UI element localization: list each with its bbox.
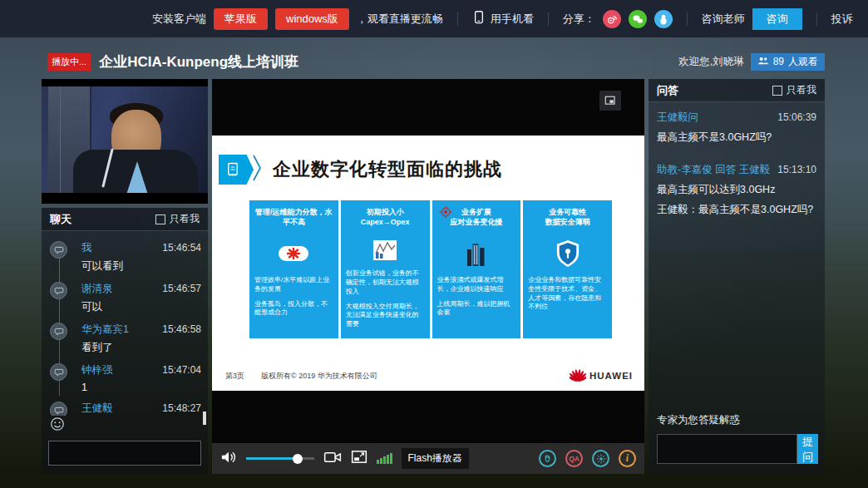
document-icon — [219, 155, 254, 185]
chat-input[interactable] — [48, 441, 201, 466]
slide-card-4: 业务可靠性 数据安全薄弱 企业业务和数据可靠性安全性受限于技术、资金、人才等因素… — [523, 200, 612, 338]
chat-message: 王健毅 15:48:27 1 — [48, 402, 201, 416]
chat-title: 聊天 — [50, 212, 72, 227]
pip-swap-icon[interactable] — [351, 450, 367, 467]
qa-only-me-toggle[interactable]: 只看我 — [772, 83, 816, 97]
volume-slider[interactable] — [246, 457, 314, 460]
qa-message: 助教-李嘉俊 回答 王健毅 15:13:10 最高主频可以达到3.0GHz 王健… — [657, 163, 816, 217]
chat-text: 1 — [81, 382, 201, 393]
emoji-icon[interactable] — [50, 417, 65, 435]
chat-scrollbar[interactable] — [203, 412, 206, 425]
viewer-count: 89 — [773, 56, 784, 67]
qa-message-list: 王健毅问 15:06:39 最高主频不是3.0GHZ吗? 助教-李嘉俊 回答 王… — [649, 102, 825, 410]
complaint-link[interactable]: 投诉 — [831, 12, 853, 27]
settings-button[interactable] — [592, 450, 609, 467]
webcam-frame — [42, 86, 208, 193]
weibo-icon[interactable] — [603, 10, 621, 28]
divider — [816, 12, 817, 26]
chat-message: 华为嘉宾1 15:46:58 看到了 — [48, 323, 201, 355]
divider — [548, 12, 549, 26]
consult-teacher-label: 咨询老师 — [702, 12, 745, 27]
huawei-logo: HUAWEI — [570, 368, 633, 383]
chat-avatar-icon — [50, 241, 67, 259]
qq-icon[interactable] — [654, 10, 673, 28]
windows-version-button[interactable]: windows版 — [275, 8, 349, 30]
burst-cloud-icon — [254, 236, 333, 271]
slide-cards: 管理/运维能力分散，水 平不高 管理效率/水平难以跟上业务的发展 业务孤岛，投入… — [249, 200, 612, 338]
chat-only-me-checkbox[interactable] — [155, 214, 165, 224]
chat-user: 王健毅 — [81, 402, 113, 416]
watch-on-mobile-label: 用手机看 — [491, 12, 534, 27]
qa-glyph: QA — [569, 455, 579, 463]
slide-title-row: 企业数字化转型面临的挑战 — [219, 152, 502, 187]
qa-header: 问答 只看我 — [649, 79, 825, 102]
qa-panel: 问答 只看我 王健毅问 15:06:39 最高主频不是3.0GHZ吗? 助教-李… — [649, 79, 825, 474]
viewer-label: 人观看 — [788, 55, 818, 69]
chat-panel: 聊天 只看我 我 15:46:54 可以看到 — [42, 208, 208, 474]
card-text: 大规模投入交付周期长，无法满足业务快速变化的需要 — [346, 303, 425, 329]
qa-time: 15:13:10 — [777, 164, 816, 175]
chat-header: 聊天 只看我 — [42, 208, 208, 231]
qa-text: 最高主频可以达到3.0GHz — [657, 183, 816, 197]
welcome-text: 欢迎您,刘晓琳 — [678, 55, 743, 69]
consult-button[interactable]: 咨询 — [752, 8, 802, 30]
volume-fill — [246, 457, 298, 460]
chat-only-me-toggle[interactable]: 只看我 — [155, 212, 200, 226]
card-title: 管理/运维能力分散，水 平不高 — [254, 208, 333, 227]
info-button[interactable]: i — [619, 450, 636, 467]
presentation-player: 企业数字化转型面临的挑战 管理/运维能力分散，水 平不高 管理效率/水平难以跟上… — [212, 79, 644, 443]
chat-avatar-icon — [50, 282, 67, 299]
ask-question-button[interactable]: 提问 — [797, 434, 818, 464]
speaker-icon[interactable] — [220, 450, 237, 468]
shield-icon — [528, 236, 607, 271]
slide-title: 企业数字化转型面临的挑战 — [273, 157, 502, 182]
swap-view-button[interactable] — [599, 91, 621, 111]
apple-version-button[interactable]: 苹果版 — [214, 8, 268, 30]
qa-only-me-checkbox[interactable] — [772, 86, 782, 96]
chat-text: 看到了 — [81, 341, 201, 355]
chat-avatar-icon — [50, 323, 67, 340]
page-title: 企业HCIA-Kunpeng线上培训班 — [99, 52, 298, 71]
share-label: 分享： — [563, 12, 595, 27]
webcam-video — [42, 79, 208, 204]
chat-user: 钟梓强 — [81, 363, 113, 377]
divider — [687, 12, 688, 26]
info-glyph: i — [626, 452, 629, 465]
chat-text: 可以 — [81, 300, 201, 314]
chat-time: 15:46:58 — [162, 323, 201, 335]
titlebar: 播放中... 企业HCIA-Kunpeng线上培训班 欢迎您,刘晓琳 89 人观… — [0, 46, 868, 77]
signal-strength-icon — [377, 453, 392, 464]
watch-on-mobile-link[interactable]: 用手机看 — [472, 10, 534, 27]
slide-footer: 第3页 版权所有© 2019 华为技术有限公司 HUAWEI — [225, 368, 633, 383]
qa-ask-section: 专家为您答疑解惑 提问 — [649, 410, 825, 474]
flash-player-label: Flash播放器 — [402, 448, 469, 469]
qa-title: 问答 — [657, 83, 678, 98]
slide-card-1: 管理/运维能力分散，水 平不高 管理效率/水平难以跟上业务的发展 业务孤岛，投入… — [249, 200, 338, 338]
chat-user: 华为嘉宾1 — [81, 323, 129, 337]
chat-time: 15:46:57 — [162, 283, 201, 294]
install-client-label: 安装客户端 — [152, 12, 206, 27]
volume-knob[interactable] — [293, 454, 303, 464]
chat-time: 15:46:54 — [162, 242, 201, 254]
chat-only-me-label: 只看我 — [170, 212, 200, 226]
qa-user: 王健毅问 — [657, 111, 698, 125]
chat-user: 我 — [81, 241, 92, 255]
slide-page-number: 第3页 — [225, 371, 244, 382]
chat-message: 我 15:46:54 可以看到 — [48, 241, 201, 274]
qa-question-input[interactable] — [657, 434, 797, 464]
raise-hand-button[interactable] — [539, 450, 556, 467]
chat-message-list: 我 15:46:54 可以看到 谢清泉 15:46:57 可以 — [42, 231, 208, 416]
card-text: 业务孤岛，投入分散，不能形成合力 — [254, 300, 333, 318]
card-text: 管理效率/水平难以跟上业务的发展 — [254, 276, 333, 294]
divider — [457, 12, 458, 26]
player-controlbar: Flash播放器 QA i — [212, 443, 644, 474]
chat-message: 钟梓强 15:47:04 1 — [48, 363, 201, 393]
status-badge: 播放中... — [47, 53, 91, 71]
huawei-wordmark: HUAWEI — [589, 371, 633, 381]
target-icon — [439, 205, 452, 222]
qa-button[interactable]: QA — [565, 450, 583, 467]
wechat-icon[interactable] — [629, 10, 647, 28]
viewers-icon — [757, 56, 769, 68]
camera-icon[interactable] — [323, 451, 342, 467]
chat-time: 15:48:27 — [162, 402, 201, 414]
